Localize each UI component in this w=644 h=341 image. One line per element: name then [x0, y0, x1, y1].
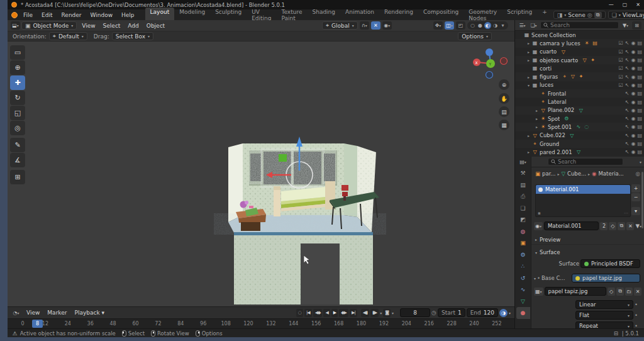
outliner-row[interactable]: ▸▽Plane.002▽↖◉▤: [515, 106, 644, 115]
timeline-menu-view[interactable]: View: [23, 309, 43, 316]
outliner-row[interactable]: ▸☀Spot.001∿◌↖◉▤: [515, 123, 644, 131]
menu-render[interactable]: Render: [57, 11, 86, 20]
unlink-material-icon[interactable]: ✕: [626, 222, 634, 230]
properties-tab-physics[interactable]: ↺: [516, 272, 530, 284]
shading-material-icon[interactable]: ◐: [484, 22, 491, 29]
tool-measure[interactable]: ∡: [10, 153, 25, 167]
base-color-image-button[interactable]: papel tapiz.jpg: [572, 274, 640, 282]
browse-material-icon[interactable]: ◉▾: [534, 222, 543, 230]
render-camera-icon[interactable]: ▤: [637, 116, 642, 121]
scene-selector[interactable]: ◨▾ Scene ◎ ⧉: [553, 11, 606, 19]
play-button[interactable]: ▶: [331, 309, 338, 317]
render-camera-icon[interactable]: ▤: [637, 49, 642, 55]
outliner-item-label[interactable]: Scene Collection: [531, 32, 576, 38]
hide-eye-icon[interactable]: ◉: [631, 74, 635, 80]
hide-eye-icon[interactable]: ◉: [631, 82, 635, 88]
open-image-folder-icon[interactable]: 🗀: [625, 288, 633, 296]
hide-eye-icon[interactable]: ◉: [631, 65, 635, 71]
render-camera-icon[interactable]: ▤: [637, 74, 642, 80]
viewport-menu-add[interactable]: Add: [124, 22, 142, 30]
fake-user-icon[interactable]: ⧉: [618, 222, 625, 230]
editor-type-3dview-icon[interactable]: ⬓▾: [11, 21, 20, 30]
tool-select-box[interactable]: ▭: [10, 45, 25, 60]
options-dropdown[interactable]: Options▾: [458, 32, 492, 40]
outliner-item-label[interactable]: Cube.022: [540, 132, 565, 138]
image-fake-user-icon[interactable]: ⧉: [616, 288, 624, 296]
animate-property-dot[interactable]: •: [635, 301, 638, 308]
snapping-toggle-icon[interactable]: ✕: [371, 21, 380, 30]
properties-tab-object[interactable]: ▣: [516, 237, 530, 249]
outliner-row[interactable]: ⌖Lateral↖◉▤: [515, 98, 644, 106]
selectable-icon[interactable]: ↖: [625, 149, 630, 155]
timeline-menu-playback[interactable]: Playback ▾: [70, 309, 108, 316]
hide-eye-icon[interactable]: ◉: [631, 149, 635, 155]
viewport-menu-object[interactable]: Object: [143, 22, 169, 30]
expand-icon[interactable]: ▸: [526, 41, 531, 45]
menu-window[interactable]: Window: [86, 11, 118, 20]
pin-icon[interactable]: ◎: [587, 12, 592, 18]
outliner-row[interactable]: ⌖Ground↖◉▤: [515, 140, 644, 148]
properties-tab-modifiers[interactable]: ⚙: [516, 249, 530, 261]
timeline-ruler[interactable]: 8 01224364860728496108120132144156168180…: [8, 318, 514, 328]
camera-view-icon[interactable]: ▤: [499, 106, 509, 117]
unlink-image-icon[interactable]: ✕: [634, 288, 641, 296]
selectable-icon[interactable]: ↖: [625, 49, 630, 55]
selectable-icon[interactable]: ↖: [625, 91, 630, 96]
menu-edit[interactable]: Edit: [37, 11, 57, 20]
outliner-item-label[interactable]: Spot: [548, 116, 560, 122]
playback-sync-caret[interactable]: ▾: [380, 311, 382, 315]
animate-property-dot[interactable]: •: [635, 312, 638, 318]
record-button[interactable]: ○: [296, 309, 303, 317]
selectable-icon[interactable]: ↖: [625, 57, 630, 63]
outliner-item-label[interactable]: Lateral: [548, 99, 567, 105]
shield-icon[interactable]: ◇: [609, 222, 616, 230]
slot-specials-button[interactable]: ▾: [631, 207, 640, 215]
expand-icon[interactable]: ▸: [526, 58, 531, 62]
tool-rotate[interactable]: ↻: [10, 91, 25, 105]
play-reverse-button[interactable]: ◀: [323, 309, 330, 317]
selectable-icon[interactable]: ↖: [625, 99, 630, 105]
expand-icon[interactable]: ▸: [534, 116, 540, 121]
filter-icon[interactable]: ▼▾: [621, 21, 630, 30]
prev-keyframe-button[interactable]: ◀◆: [313, 309, 323, 317]
shading-rendered-icon[interactable]: ◑: [492, 22, 499, 29]
selectable-icon[interactable]: ↖: [625, 141, 630, 147]
properties-scrollbar[interactable]: [641, 172, 643, 228]
outliner-item-label[interactable]: luces: [540, 82, 553, 88]
properties-tab-world[interactable]: ◍: [516, 226, 530, 238]
properties-tab-view-layer[interactable]: ❏: [516, 203, 530, 215]
keying-set-caret[interactable]: ▾: [392, 311, 394, 315]
perspective-toggle-icon[interactable]: ▦: [499, 120, 509, 130]
end-frame-field[interactable]: End120: [467, 308, 498, 317]
close-button[interactable]: ✕: [636, 2, 640, 8]
material-specials-icon[interactable]: ▼▾: [635, 223, 641, 229]
selectable-icon[interactable]: ↖: [625, 40, 630, 46]
breadcrumb-data[interactable]: Cube...: [567, 170, 586, 177]
shading-wireframe-icon[interactable]: ○: [469, 22, 476, 29]
expand-icon[interactable]: ▸: [534, 125, 540, 129]
users-count-button[interactable]: 2: [600, 222, 608, 230]
outliner-row[interactable]: ▸▦figuras⌖▽✦☑↖◉▤: [515, 72, 644, 81]
outliner-row[interactable]: ▾▦luces☑↖◉▤: [515, 81, 644, 89]
selectable-icon[interactable]: ↖: [625, 65, 630, 71]
expand-icon[interactable]: ▸: [526, 50, 531, 54]
selectable-icon[interactable]: ↖: [625, 124, 630, 130]
material-slot-list[interactable]: Material.001 ▪⋯: [535, 184, 631, 217]
material-slot-selected[interactable]: Material.001: [536, 185, 630, 194]
app-menu-icon[interactable]: [11, 12, 18, 18]
menu-help[interactable]: Help: [117, 11, 139, 20]
add-slot-button[interactable]: +: [631, 184, 640, 193]
show-gizmo-icon[interactable]: ✥▾: [433, 21, 443, 30]
new-scene-button[interactable]: ⧉: [594, 12, 602, 18]
collection-checkbox[interactable]: ☑: [619, 40, 623, 46]
properties-tab-particles[interactable]: ∴: [516, 260, 530, 272]
xray-toggle-icon[interactable]: ◰: [456, 21, 465, 30]
outliner-search-input[interactable]: Search: [540, 21, 619, 29]
render-camera-icon[interactable]: ▤: [637, 124, 642, 130]
outliner-row[interactable]: ▸☀Spot⚙↖◉▤: [515, 115, 644, 123]
viewport-menu-view[interactable]: View: [78, 22, 99, 30]
hide-eye-icon[interactable]: ◉: [631, 57, 635, 63]
collection-checkbox[interactable]: ☑: [619, 74, 623, 80]
auto-keying-button[interactable]: ◙: [383, 309, 391, 317]
expand-icon[interactable]: ▸: [526, 150, 531, 154]
